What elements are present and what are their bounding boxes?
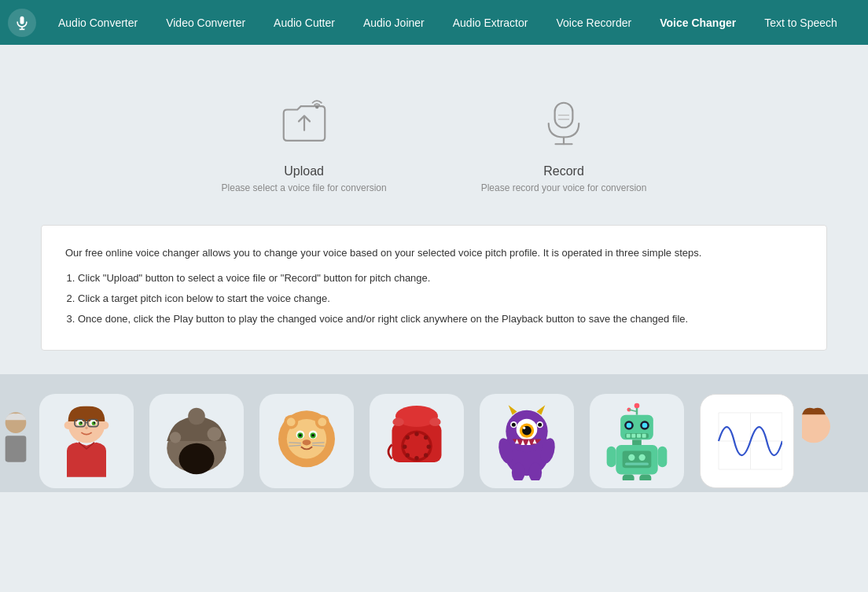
svg-point-111 <box>802 410 830 443</box>
svg-rect-104 <box>639 475 651 481</box>
svg-rect-93 <box>637 434 641 438</box>
svg-rect-95 <box>632 440 642 446</box>
char-wave-chart[interactable] <box>692 390 802 492</box>
nav-audio-cutter[interactable]: Audio Cutter <box>259 17 349 29</box>
svg-point-56 <box>406 454 410 458</box>
char-lion[interactable] <box>252 390 362 492</box>
main-area: Upload Please select a voice file for co… <box>0 45 868 374</box>
char-old-woman[interactable] <box>0 390 31 492</box>
svg-rect-91 <box>627 434 631 438</box>
svg-point-98 <box>628 454 634 461</box>
svg-rect-102 <box>658 447 668 468</box>
info-steps: Click "Upload" button to select a voice … <box>65 270 803 328</box>
record-card[interactable]: Record Please record your voice for conv… <box>481 92 647 193</box>
info-step-2: Click a target pitch icon below to start… <box>78 290 803 307</box>
record-sublabel: Please record your voice for conversion <box>481 182 647 193</box>
svg-point-54 <box>424 454 428 458</box>
svg-rect-103 <box>623 475 634 481</box>
svg-rect-100 <box>625 463 649 465</box>
svg-point-34 <box>287 418 296 427</box>
upload-sublabel: Please select a voice file for conversio… <box>222 182 387 193</box>
svg-point-42 <box>303 440 311 446</box>
info-step-1: Click "Upload" button to select a voice … <box>78 270 803 287</box>
upload-card[interactable]: Upload Please select a voice file for co… <box>222 92 387 193</box>
svg-point-51 <box>414 432 418 436</box>
svg-marker-63 <box>509 406 517 416</box>
nav-text-to-speech[interactable]: Text to Speech <box>750 17 851 29</box>
nav-logo[interactable] <box>8 9 36 37</box>
svg-line-45 <box>312 443 324 443</box>
svg-rect-11 <box>6 436 27 462</box>
svg-rect-92 <box>631 434 635 438</box>
svg-point-88 <box>627 423 632 428</box>
svg-point-59 <box>392 418 403 427</box>
svg-point-99 <box>639 454 645 461</box>
svg-point-27 <box>170 432 181 443</box>
nav-audio-extractor[interactable]: Audio Extractor <box>439 17 542 29</box>
action-row: Upload Please select a voice file for co… <box>222 92 647 193</box>
character-row <box>0 390 868 492</box>
svg-point-57 <box>403 445 406 449</box>
character-strip <box>0 374 868 492</box>
nav-audio-converter[interactable]: Audio Converter <box>44 17 152 29</box>
svg-line-44 <box>289 446 301 447</box>
svg-point-82 <box>634 403 640 409</box>
navbar: Audio Converter Video Converter Audio Cu… <box>0 0 868 45</box>
svg-point-24 <box>101 421 108 429</box>
record-label: Record <box>543 164 584 178</box>
svg-point-28 <box>208 427 222 441</box>
char-robot[interactable] <box>582 390 692 492</box>
svg-point-72 <box>538 423 542 427</box>
info-intro: Our free online voice changer allows you… <box>65 245 803 262</box>
svg-point-53 <box>427 445 431 449</box>
svg-point-60 <box>429 418 440 427</box>
svg-point-22 <box>85 427 87 429</box>
nav-voice-changer[interactable]: Voice Changer <box>645 17 750 29</box>
svg-point-29 <box>188 408 205 425</box>
record-icon <box>532 92 595 155</box>
svg-point-23 <box>64 421 72 429</box>
svg-rect-97 <box>623 451 652 469</box>
char-boy[interactable] <box>31 390 142 492</box>
svg-point-4 <box>315 106 318 108</box>
svg-point-40 <box>299 434 302 437</box>
char-monster[interactable] <box>472 390 582 492</box>
nav-audio-joiner[interactable]: Audio Joiner <box>349 17 439 29</box>
svg-point-89 <box>642 423 648 428</box>
svg-rect-0 <box>20 16 24 24</box>
svg-marker-64 <box>537 406 546 416</box>
svg-point-17 <box>80 422 83 425</box>
svg-point-35 <box>318 418 326 427</box>
svg-point-58 <box>406 436 410 439</box>
upload-icon <box>273 92 336 155</box>
svg-point-18 <box>94 422 96 425</box>
svg-point-55 <box>414 456 418 460</box>
char-partial-right[interactable] <box>802 390 849 492</box>
svg-line-46 <box>312 446 324 447</box>
svg-point-70 <box>512 423 516 427</box>
upload-label: Upload <box>284 164 324 178</box>
char-cave[interactable] <box>142 390 252 492</box>
info-box: Our free online voice changer allows you… <box>41 225 827 351</box>
svg-rect-94 <box>642 434 646 438</box>
nav-list: Audio Converter Video Converter Audio Cu… <box>44 16 851 30</box>
svg-rect-101 <box>607 447 616 468</box>
info-step-3: Once done, click the Play button to play… <box>78 311 803 328</box>
nav-video-converter[interactable]: Video Converter <box>152 17 259 29</box>
char-telephone[interactable] <box>362 390 472 492</box>
svg-point-26 <box>179 443 215 475</box>
svg-point-68 <box>523 427 525 429</box>
svg-line-43 <box>289 443 301 443</box>
svg-point-41 <box>311 434 314 437</box>
nav-voice-recorder[interactable]: Voice Recorder <box>542 17 645 29</box>
svg-point-52 <box>424 436 428 439</box>
